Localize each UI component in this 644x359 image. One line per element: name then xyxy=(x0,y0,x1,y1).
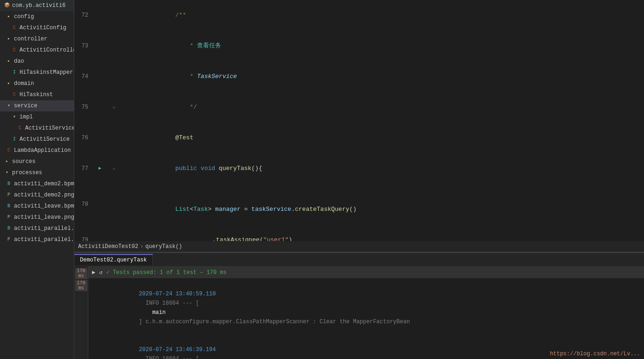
sidebar-item-activiti-parallel-bpmn[interactable]: B activiti_parallel.bpmn xyxy=(0,223,74,234)
line-gutter-77: ▶ xyxy=(93,163,107,174)
line-content-76: @Test xyxy=(121,123,644,153)
line-number-75: 75 xyxy=(74,102,93,112)
sidebar-item-activiti-controller[interactable]: C ActivitiController xyxy=(0,45,74,56)
file-tree-sidebar: 📦 com.yb.activiti6 ▸ config C ActivitiCo… xyxy=(0,0,74,359)
sidebar-item-activiti-service-impl[interactable]: C ActivitiServiceIm... xyxy=(0,123,74,134)
line-gutter2-77: ⬦ xyxy=(107,163,121,174)
code-line-75: 75 ⬦ */ xyxy=(74,92,644,123)
timing-sidebar: 170 ms 170 ms xyxy=(74,266,88,359)
line-number-79: 79 xyxy=(74,235,93,241)
folder-open-icon: ▾ xyxy=(6,103,12,109)
java-class-icon-4: C xyxy=(17,125,23,131)
code-lines[interactable]: 72 /** 73 * 查看任务 xyxy=(74,0,644,241)
code-editor: 72 /** 73 * 查看任务 xyxy=(74,0,644,252)
line-number-78: 78 xyxy=(74,199,93,209)
main-area: 📦 com.yb.activiti6 ▸ config C ActivitiCo… xyxy=(0,0,644,359)
line-number-76: 76 xyxy=(74,133,93,143)
sidebar-item-activiti-demo2-png[interactable]: P activiti_demo2.png xyxy=(0,189,74,201)
breadcrumb-separator: › xyxy=(140,243,144,250)
sidebar-item-controller[interactable]: ▸ controller xyxy=(0,33,74,45)
timing-item-1: 170 ms xyxy=(75,268,87,279)
line-content-75: */ xyxy=(121,92,644,123)
toolbar-rerun-button[interactable]: ↺ xyxy=(99,269,102,276)
watermark: https://blog.csdn.net/Lv... xyxy=(550,351,640,357)
line-number-74: 74 xyxy=(74,72,93,82)
sidebar-item-dao[interactable]: ▸ dao xyxy=(0,56,74,67)
java-class-icon: C xyxy=(11,25,18,31)
folder-icon-2: ▸ xyxy=(6,36,12,42)
sidebar-item-activiti-config[interactable]: C ActivitiConfig xyxy=(0,22,74,33)
breadcrumb-bar: ActivitiDemoTest02 › queryTask() xyxy=(74,241,644,252)
sidebar-item-impl[interactable]: ▾ impl xyxy=(0,111,74,123)
line-number-73: 73 xyxy=(74,41,93,51)
timing-item-2: 170 ms xyxy=(75,280,87,291)
folder-icon: ▸ xyxy=(6,13,12,20)
breadcrumb-file[interactable]: ActivitiDemoTest02 xyxy=(78,243,138,250)
sidebar-item-hi-taskinst[interactable]: C HiTaskinst xyxy=(0,89,74,100)
png-icon: P xyxy=(6,192,12,198)
sidebar-item-activiti-demo2-bpmn[interactable]: B activiti_demo2.bpmn xyxy=(0,178,74,189)
code-line-78: 78 List<Task> manager = taskService.crea… xyxy=(74,184,644,225)
png-icon-2: P xyxy=(6,214,12,221)
sidebar-item-activiti-leave-png[interactable]: P activiti_leave.png xyxy=(0,212,74,223)
code-container: 72 /** 73 * 查看任务 xyxy=(74,0,644,241)
java-interface-icon: I xyxy=(11,69,18,76)
folder-icon-3: ▸ xyxy=(6,58,12,65)
code-line-76: 76 @Test xyxy=(74,123,644,153)
sidebar-item-service[interactable]: ▾ service xyxy=(0,100,74,111)
toolbar-play-button[interactable]: ▶ xyxy=(92,269,95,276)
line-content-79: .taskAssignee("user1") xyxy=(121,225,644,241)
sidebar-item-activiti-leave-bpmn[interactable]: B activiti_leave.bpmn xyxy=(0,201,74,212)
java-class-icon-3: C xyxy=(11,91,18,98)
png-icon-3: P xyxy=(6,236,12,243)
bpmn-icon: B xyxy=(6,181,12,187)
sidebar-item-lambda-application[interactable]: C LambdaApplication xyxy=(0,145,74,156)
console-line-1: 2020-07-24 13:40:59.110 INFO 18604 --- [… xyxy=(92,280,640,336)
sidebar-item-activiti-parallel-png[interactable]: P activiti_parallel.png... xyxy=(0,234,74,245)
bpmn-icon-2: B xyxy=(6,203,12,209)
line-content-73: * 查看任务 xyxy=(121,31,644,61)
bottom-panel: DemoTest02.queryTask 170 ms 170 ms ▶ ↺ ✓… xyxy=(74,252,644,359)
breadcrumb-method[interactable]: queryTask() xyxy=(145,243,182,250)
java-class-icon-2: C xyxy=(11,47,18,53)
sidebar-item-hi-taskinst-mapper[interactable]: I HiTaskinstMapper xyxy=(0,67,74,78)
line-gutter2-75: ⬦ xyxy=(107,102,121,112)
folder-icon-6: ▸ xyxy=(4,158,10,165)
line-content-77: public void queryTask(){ xyxy=(121,153,644,184)
line-content-72: /** xyxy=(121,0,644,31)
java-class-icon-5: C xyxy=(6,147,12,154)
test-result-badge: ✓ Tests passed: 1 of 1 test – 170 ms xyxy=(106,269,226,276)
package-icon: 📦 xyxy=(4,2,10,9)
code-line-72: 72 /** xyxy=(74,0,644,31)
java-interface-icon-2: I xyxy=(11,136,18,143)
sidebar-item-com-yb[interactable]: 📦 com.yb.activiti6 xyxy=(0,0,74,11)
code-line-73: 73 * 查看任务 xyxy=(74,31,644,61)
folder-icon-5: ▾ xyxy=(11,114,18,120)
line-content-74: * TaskService xyxy=(121,61,644,92)
code-line-77: 77 ▶ ⬦ public void queryTask(){ xyxy=(74,153,644,184)
folder-icon-4: ▸ xyxy=(6,80,12,87)
code-line-74: 74 * TaskService xyxy=(74,61,644,92)
line-number-77: 77 xyxy=(74,163,93,174)
bottom-toolbar: ▶ ↺ ✓ Tests passed: 1 of 1 test – 170 ms xyxy=(88,266,644,278)
tab-demo-test[interactable]: DemoTest02.queryTask xyxy=(74,254,153,265)
sidebar-item-sources[interactable]: ▸ sources xyxy=(0,156,74,167)
code-line-79: 79 .taskAssignee("user1") xyxy=(74,225,644,241)
run-arrow-icon[interactable]: ▶ xyxy=(99,163,101,174)
console-output[interactable]: 2020-07-24 13:40:59.110 INFO 18604 --- [… xyxy=(88,278,644,359)
line-number-72: 72 xyxy=(74,10,93,20)
line-content-78: List<Task> manager = taskService.createT… xyxy=(121,184,644,225)
sidebar-item-config[interactable]: ▸ config xyxy=(0,11,74,22)
sidebar-item-domain[interactable]: ▸ domain xyxy=(0,78,74,89)
bottom-tabs: DemoTest02.queryTask xyxy=(74,253,644,266)
sidebar-item-activiti-service[interactable]: I ActivitiService xyxy=(0,134,74,145)
bpmn-icon-3: B xyxy=(6,225,12,232)
folder-icon-7: ▾ xyxy=(4,170,10,176)
sidebar-item-processes[interactable]: ▾ processes xyxy=(0,167,74,178)
